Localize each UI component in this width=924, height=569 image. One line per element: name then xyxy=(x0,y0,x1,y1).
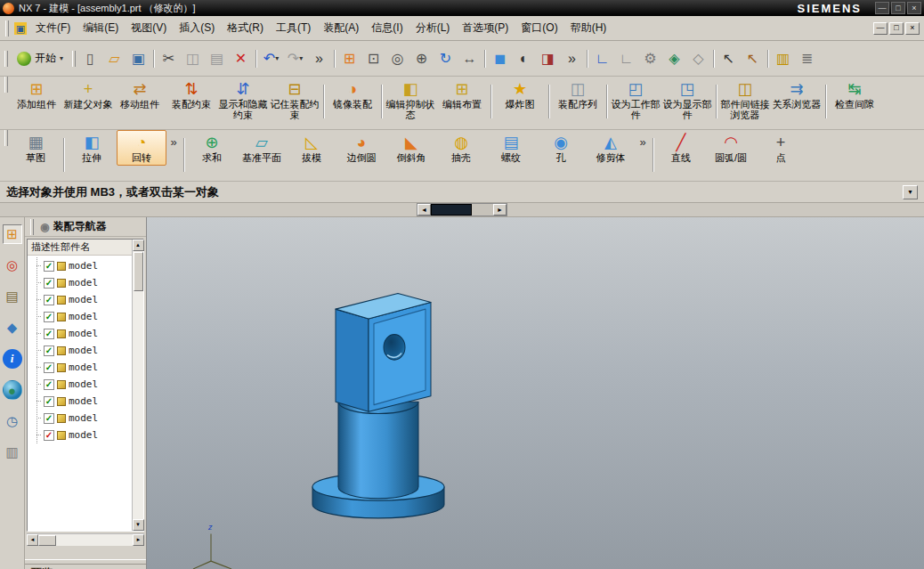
assembly-tool-button[interactable]: ⊟ 记住装配约束 xyxy=(269,77,320,123)
scroll-left-button[interactable]: ◄ xyxy=(417,204,431,215)
component-row[interactable]: ✓ model xyxy=(37,325,132,342)
toolbar-separator[interactable] xyxy=(584,46,590,70)
menu-item[interactable]: 编辑(E) xyxy=(77,17,125,39)
child-minimize-button[interactable]: — xyxy=(873,22,888,35)
assembly-tool-button[interactable]: ◰ 设为工作部件 xyxy=(610,77,661,123)
component-checkbox[interactable]: ✓ xyxy=(44,261,54,272)
scroll-down-button[interactable]: ▼ xyxy=(133,519,144,531)
toolbar-grip[interactable] xyxy=(5,20,9,37)
close-button[interactable]: × xyxy=(907,2,921,14)
feature-tool-button[interactable]: ╱ 直线 xyxy=(656,130,706,166)
toolbar-separator[interactable] xyxy=(710,46,717,70)
toolbar-grip[interactable] xyxy=(4,130,8,146)
assembly-tool-button[interactable]: + 新建父对象 xyxy=(62,77,114,112)
prompt-options-button[interactable]: ▾ xyxy=(903,185,918,199)
feature-tool-button[interactable]: ⊕ 求和 xyxy=(187,130,237,166)
cut-button[interactable]: ✂ xyxy=(157,46,181,70)
menu-item[interactable]: 首选项(P) xyxy=(456,17,515,39)
feature-tool-button[interactable]: ◍ 抽壳 xyxy=(436,130,486,166)
scroll-right-button[interactable]: ► xyxy=(493,204,507,215)
menu-item[interactable]: 文件(F) xyxy=(29,17,77,39)
menu-item[interactable]: 帮助(H) xyxy=(564,17,613,39)
toolbar-separator[interactable] xyxy=(765,46,771,70)
component-checkbox[interactable]: ✓ xyxy=(44,329,54,339)
minimize-button[interactable]: — xyxy=(875,2,889,14)
component-row[interactable]: ✓ model xyxy=(37,308,132,325)
menu-item[interactable]: 工具(T) xyxy=(270,17,317,39)
component-checkbox[interactable]: ✓ xyxy=(44,312,54,322)
feature-tool-button[interactable]: ▱ 基准平面 xyxy=(237,130,287,166)
assembly-tool-button[interactable]: ⇅ 装配约束 xyxy=(166,77,217,112)
assembly-tool-button[interactable]: ★ 爆炸图 xyxy=(494,77,546,112)
tree-horizontal-scrollbar[interactable]: ◄ ► xyxy=(27,533,144,546)
feature-tool-button[interactable]: ▦ 草图 xyxy=(11,130,61,166)
scroll-up-button[interactable]: ▲ xyxy=(133,240,144,251)
component-row[interactable]: ✓ model xyxy=(37,427,132,443)
save-button[interactable]: ▣ xyxy=(126,46,150,70)
panel-grip[interactable] xyxy=(30,219,34,235)
component-checkbox[interactable]: ✓ xyxy=(44,430,54,441)
assembly-tool-button[interactable]: ⇵ 显示和隐藏约束 xyxy=(217,77,269,123)
zoom-in-out-button[interactable]: ⊕ xyxy=(409,46,434,70)
zoom-button[interactable]: ◎ xyxy=(385,46,409,70)
rotate-view-button[interactable]: ↻ xyxy=(434,46,458,70)
toolbar-separator[interactable] xyxy=(331,46,337,70)
feature-tool-button[interactable]: » xyxy=(166,130,181,155)
history-tab[interactable]: ◷ xyxy=(3,411,22,431)
component-checkbox[interactable]: ✓ xyxy=(44,295,54,305)
graphics-viewport[interactable]: z x y xyxy=(147,217,924,569)
maximize-button[interactable]: □ xyxy=(891,2,905,14)
render-style-button[interactable]: ◐ xyxy=(512,46,536,70)
component-row[interactable]: ✓ model xyxy=(37,274,132,291)
graphics-horizontal-scrollbar[interactable]: ◄ ► xyxy=(417,203,507,216)
menu-item[interactable]: 装配(A) xyxy=(317,17,365,39)
scrollbar-thumb[interactable] xyxy=(134,252,143,291)
feature-tool-button[interactable]: + 点 xyxy=(756,130,806,166)
selection-arrow-button[interactable]: ↖ xyxy=(717,46,741,70)
delete-button[interactable]: ✕ xyxy=(229,46,253,70)
graphics-canvas[interactable]: z x y xyxy=(147,217,924,569)
assembly-tool-button[interactable]: ◑ 镜像装配 xyxy=(327,77,378,112)
assembly-tool-button[interactable]: ⊞ 添加组件 xyxy=(11,77,62,112)
snap-options-button[interactable]: ◇ xyxy=(686,46,710,70)
standard-overflow-button[interactable]: » xyxy=(307,46,331,70)
menu-item[interactable]: 视图(V) xyxy=(125,17,173,39)
hd3d-tools-tab[interactable]: i xyxy=(3,349,22,369)
column-header[interactable]: 描述性部件名 xyxy=(28,240,132,256)
assembly-navigator-tab[interactable]: ⊞ xyxy=(3,224,22,244)
assembly-tool-button[interactable] xyxy=(823,77,829,141)
component-checkbox[interactable]: ✓ xyxy=(44,345,54,356)
component-checkbox[interactable]: ✓ xyxy=(44,413,54,424)
feature-tool-button[interactable]: ◠ 圆弧/圆 xyxy=(706,130,756,166)
toolbar-grip[interactable] xyxy=(4,77,8,93)
component-row[interactable]: ✓ model xyxy=(37,291,132,308)
scroll-left-button[interactable]: ◄ xyxy=(27,534,38,546)
reuse-library-tab[interactable]: ◆ xyxy=(3,318,22,337)
new-file-button[interactable]: ▯ xyxy=(78,46,102,70)
component-checkbox[interactable]: ✓ xyxy=(44,278,54,289)
assembly-tool-button[interactable]: ◧ 编辑抑制状态 xyxy=(385,77,436,123)
part-navigator-tab[interactable]: ▤ xyxy=(3,287,22,306)
rulers-button[interactable]: ▥ xyxy=(771,46,795,70)
constraint-navigator-tab[interactable]: ◎ xyxy=(3,256,22,275)
snap-point-button[interactable]: ↖ xyxy=(741,46,765,70)
menu-item[interactable]: 信息(I) xyxy=(365,17,409,39)
paste-button[interactable]: ▤ xyxy=(205,46,229,70)
assembly-tool-button[interactable]: ◫ 装配序列 xyxy=(552,77,604,112)
component-row[interactable]: ✓ model xyxy=(37,359,132,376)
pan-view-button[interactable]: ↔ xyxy=(458,46,482,70)
feature-tool-button[interactable]: ◣ 倒斜角 xyxy=(386,130,436,166)
feature-tool-button[interactable]: ◔ 回转 xyxy=(117,130,166,166)
measure-button[interactable]: ◈ xyxy=(662,46,686,70)
scroll-right-button[interactable]: ► xyxy=(133,534,144,546)
view-overflow-button[interactable]: » xyxy=(560,46,584,70)
assembly-tool-button[interactable]: ⊞ 编辑布置 xyxy=(436,77,488,112)
tree-vertical-scrollbar[interactable]: ▲ ▼ xyxy=(132,240,143,531)
assembly-tool-button[interactable]: ◫ 部件间链接浏览器 xyxy=(719,77,771,123)
feature-tool-button[interactable]: ◭ 修剪体 xyxy=(586,130,636,166)
feature-tool-button[interactable] xyxy=(650,130,656,194)
component-checkbox[interactable]: ✓ xyxy=(44,379,54,390)
component-row[interactable]: ✓ model xyxy=(37,410,132,427)
shaded-view-button[interactable]: ◼ xyxy=(488,46,512,70)
face-analysis-button[interactable]: ◨ xyxy=(536,46,560,70)
